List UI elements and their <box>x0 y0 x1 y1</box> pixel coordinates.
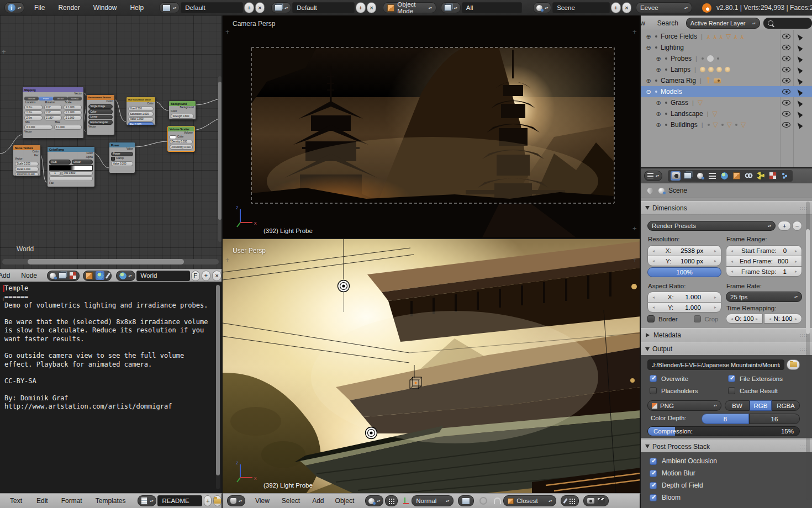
node-environment-texture[interactable]: Environment Texture Color Single Image C… <box>86 94 115 135</box>
menu-object[interactable]: Object <box>333 497 357 505</box>
new-world-button[interactable]: + <box>202 271 211 281</box>
proportional-edit-icon[interactable] <box>479 497 487 505</box>
text-editor[interactable]: Temple ====== Demo of volumetrics lighti… <box>0 282 223 493</box>
time-remap-old-field[interactable]: O: 100 <box>726 314 763 324</box>
node-editor[interactable]: Mapping Vector Texture Point Vector Norm… <box>0 15 223 269</box>
texture-icon[interactable] <box>69 272 77 279</box>
properties-scrollbar[interactable] <box>806 202 810 500</box>
menu-add[interactable]: Add <box>310 497 326 505</box>
editor-type-selector-properties[interactable]: ▴▾ <box>644 171 662 181</box>
panel-header-dimensions[interactable]: Dimensions:::: <box>641 201 812 215</box>
crop-checkbox[interactable] <box>694 315 701 322</box>
region-expand-icon[interactable]: + <box>225 256 230 264</box>
hide-icon[interactable] <box>782 78 790 83</box>
node-math-power[interactable]: Power Value Power Clamp Value 0.200 <box>109 142 135 173</box>
light-probe-gizmo[interactable] <box>366 427 377 439</box>
mapping-tab[interactable]: Texture <box>24 97 39 100</box>
menu-window[interactable]: Window <box>91 4 119 12</box>
menu-text[interactable]: Text <box>8 497 24 505</box>
workspace-delete-button[interactable]: × <box>255 2 265 13</box>
menu-file[interactable]: File <box>32 4 47 12</box>
menu-select[interactable]: Select <box>280 497 302 505</box>
panel-header-metadata[interactable]: Metadata:::: <box>641 328 812 342</box>
layout-icon-button[interactable]: ▴▾ <box>271 2 291 13</box>
editor-type-selector-3dview[interactable]: ▴▾ <box>227 495 245 506</box>
scene-icon-button[interactable]: ▴▾ <box>533 2 551 13</box>
outliner-row-probes[interactable]: ⊕Probes| <box>641 53 812 64</box>
selectability-icon[interactable] <box>795 121 803 129</box>
outliner-row-camera-rig[interactable]: ⊕Camera Rig| <box>641 75 812 86</box>
material-icon[interactable] <box>50 273 56 279</box>
region-expand-icon[interactable]: + <box>632 28 637 36</box>
fps-dropdown[interactable]: 25 fps▴▾ <box>726 292 802 302</box>
region-expand-icon[interactable]: + <box>2 47 6 56</box>
selectability-icon[interactable] <box>795 88 803 96</box>
world-context-active[interactable] <box>96 271 104 280</box>
tab-scene[interactable] <box>695 171 705 181</box>
tab-view-layer[interactable] <box>707 171 717 181</box>
start-frame-field[interactable]: Start Frame:0 <box>726 245 802 256</box>
overwrite-checkbox[interactable] <box>650 375 657 382</box>
end-frame-field[interactable]: End Frame:800 <box>726 256 802 266</box>
ambient-occlusion-checkbox[interactable] <box>650 458 657 465</box>
colorramp-gradient[interactable] <box>49 165 93 171</box>
hide-icon[interactable] <box>782 45 790 50</box>
tab-constraints[interactable] <box>744 171 753 181</box>
selectability-icon[interactable] <box>795 55 803 62</box>
selectability-icon[interactable] <box>795 110 803 118</box>
gizmo-button[interactable] <box>561 495 579 506</box>
output-path-field[interactable]: J:/Blender/EEVEE/Japanese Mountaints/Mou… <box>647 359 784 370</box>
aspect-x-field[interactable]: X:1.000 <box>647 292 721 302</box>
border-checkbox[interactable] <box>647 315 655 322</box>
hide-icon[interactable] <box>782 122 790 128</box>
menu-render[interactable]: Render <box>56 4 82 12</box>
mode-dropdown[interactable]: Object Mode▴▾ <box>383 2 436 13</box>
node-hue-saturation-value[interactable]: Hue Saturation Value Color Hue 0.500 Sat… <box>126 97 156 125</box>
mapping-tab[interactable]: Normal <box>67 97 82 100</box>
workspace-add-button[interactable]: + <box>244 2 254 13</box>
pin-icon[interactable] <box>646 187 654 194</box>
tab-render[interactable] <box>671 171 681 181</box>
world-datablock-icon[interactable]: ▴▾ <box>116 271 135 281</box>
layout-delete-button[interactable]: × <box>367 2 377 13</box>
render-presets-dropdown[interactable]: Render Presets▴▾ <box>647 221 776 231</box>
editor-type-selector-info[interactable]: i▴▾ <box>4 2 24 13</box>
shader-type-buttons[interactable] <box>47 271 80 281</box>
hide-icon[interactable] <box>782 111 790 117</box>
output-path-browse-button[interactable] <box>787 359 800 370</box>
node-background[interactable]: Background Background Color Strength 0.8… <box>168 100 196 120</box>
file-extensions-checkbox[interactable] <box>728 375 735 382</box>
snap-target-dropdown[interactable]: Closest▴▾ <box>503 495 556 506</box>
menu-view[interactable]: View <box>253 497 272 505</box>
menu-view-clipped[interactable]: View <box>641 19 647 27</box>
render-still-icon[interactable] <box>587 498 594 504</box>
node-volume-scatter[interactable]: Volume Scatter Volume Color Density 0.03… <box>167 126 195 152</box>
shader-context-buttons[interactable] <box>83 271 112 281</box>
node-colorramp[interactable]: ColorRamp Color Alpha RGB Linear 1 Pos 0… <box>47 146 95 187</box>
render-animation-icon[interactable] <box>598 498 605 504</box>
aspect-y-field[interactable]: Y:1.000 <box>647 302 721 313</box>
outliner-row-landscape[interactable]: ⊕Landscape| ▽ <box>641 108 812 119</box>
selectability-icon[interactable] <box>795 77 803 84</box>
mapping-tab-active[interactable]: Point <box>39 97 53 100</box>
outliner-row-lighting[interactable]: ⊖Lighting <box>641 42 812 53</box>
outliner-row-force-fields[interactable]: ⊕Force Fields| YYY▽YY <box>641 31 812 42</box>
menu-node[interactable]: Node <box>19 272 39 279</box>
region-expand-icon[interactable]: + <box>1 295 6 303</box>
node-editor-hscrollbar[interactable] <box>2 259 219 264</box>
color-mode-bw[interactable]: BW <box>725 400 750 411</box>
depth-of-field-checkbox[interactable] <box>650 482 657 489</box>
tab-render-layers[interactable] <box>683 171 693 181</box>
color-mode-rgb[interactable]: RGB <box>750 400 772 411</box>
region-expand-icon[interactable]: + <box>632 256 637 264</box>
hide-icon[interactable] <box>782 67 790 72</box>
tab-object[interactable] <box>731 171 741 181</box>
outliner-row-lamps[interactable]: ⊕Lamps| <box>641 64 812 75</box>
unlink-world-button[interactable]: × <box>212 271 222 281</box>
text-datablock-icon[interactable]: ▴▾ <box>138 495 156 506</box>
compression-slider[interactable]: Compression: 15% <box>647 426 800 436</box>
selectability-icon[interactable] <box>795 33 803 40</box>
bloom-checkbox[interactable] <box>650 494 657 501</box>
menu-edit[interactable]: Edit <box>34 497 50 505</box>
selectability-icon[interactable] <box>795 99 803 107</box>
